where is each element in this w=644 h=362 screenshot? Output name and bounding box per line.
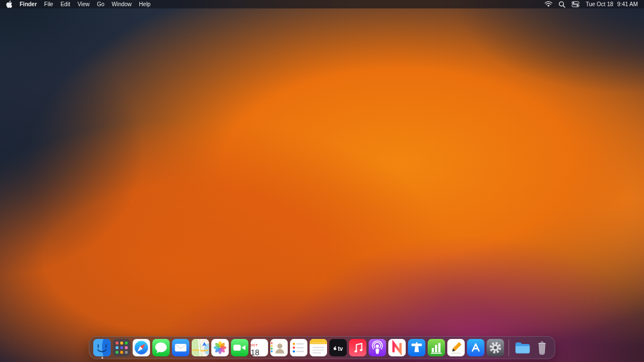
- news-icon: [388, 339, 406, 356]
- system-settings-icon: [487, 339, 504, 356]
- dock-item-photos[interactable]: [211, 339, 229, 356]
- menu-bar-date[interactable]: Tue Oct 18: [586, 1, 613, 7]
- apple-menu[interactable]: [6, 1, 12, 8]
- dock-item-news[interactable]: [388, 339, 406, 356]
- dock-item-tv[interactable]: tv: [329, 339, 347, 356]
- dock-item-pages[interactable]: [447, 339, 465, 356]
- dock-item-maps[interactable]: [192, 339, 209, 356]
- downloads-folder-icon: [514, 339, 531, 356]
- menu-bar-time[interactable]: 9:41 AM: [617, 1, 638, 7]
- dock-item-app-store[interactable]: [467, 339, 484, 356]
- dock: OCT 18: [89, 336, 555, 359]
- dock-item-reminders[interactable]: [290, 339, 307, 356]
- podcasts-icon: [369, 339, 386, 356]
- messages-icon: [152, 339, 170, 356]
- dock-item-notes[interactable]: [310, 339, 327, 356]
- spotlight-search-icon[interactable]: [559, 1, 565, 8]
- trash-icon: [533, 339, 551, 356]
- tv-logo-text: tv: [338, 346, 343, 352]
- dock-item-numbers[interactable]: [428, 339, 445, 356]
- contacts-icon: [270, 339, 288, 356]
- pages-icon: [447, 339, 465, 356]
- menu-edit[interactable]: Edit: [61, 1, 70, 7]
- dock-item-messages[interactable]: [152, 339, 170, 356]
- reminders-icon: [290, 339, 307, 356]
- facetime-icon: [231, 339, 248, 356]
- calendar-month-label: OCT: [251, 343, 258, 347]
- tv-icon: tv: [329, 339, 347, 356]
- app-store-icon: [467, 339, 484, 356]
- dock-item-launchpad[interactable]: [113, 339, 130, 356]
- dock-item-downloads[interactable]: [514, 339, 531, 356]
- launchpad-icon: [113, 339, 130, 356]
- dock-item-mail[interactable]: [172, 339, 189, 356]
- desktop-wallpaper[interactable]: [0, 0, 644, 362]
- dock-item-trash[interactable]: [533, 339, 551, 356]
- maps-icon: [192, 339, 209, 356]
- photos-icon: [211, 339, 229, 356]
- mail-icon: [172, 339, 189, 356]
- finder-icon: [93, 339, 111, 356]
- control-center-icon[interactable]: [572, 1, 579, 7]
- music-icon: [349, 339, 366, 356]
- keynote-icon: [408, 339, 425, 356]
- dock-item-facetime[interactable]: [231, 339, 248, 356]
- wifi-icon[interactable]: [545, 1, 552, 7]
- dock-item-keynote[interactable]: [408, 339, 425, 356]
- dock-item-calendar[interactable]: OCT 18: [251, 339, 268, 356]
- dock-item-system-settings[interactable]: [487, 339, 504, 356]
- notes-icon: [310, 339, 327, 356]
- dock-item-contacts[interactable]: [270, 339, 288, 356]
- menu-app-name[interactable]: Finder: [20, 1, 37, 7]
- safari-icon: [133, 339, 150, 356]
- running-indicator: [101, 357, 103, 359]
- apple-logo-icon: [6, 1, 12, 8]
- dock-item-podcasts[interactable]: [369, 339, 386, 356]
- dock-item-music[interactable]: [349, 339, 366, 356]
- menu-bar: Finder File Edit View Go Window Help Tue…: [0, 0, 644, 8]
- calendar-icon: OCT 18: [251, 339, 268, 356]
- menu-window[interactable]: Window: [112, 1, 132, 7]
- dock-separator: [509, 340, 509, 356]
- dock-item-safari[interactable]: [133, 339, 150, 356]
- menu-go[interactable]: Go: [97, 1, 104, 7]
- numbers-icon: [428, 339, 445, 356]
- menu-help[interactable]: Help: [139, 1, 151, 7]
- calendar-day-label: 18: [251, 348, 260, 357]
- menu-file[interactable]: File: [44, 1, 53, 7]
- menu-view[interactable]: View: [78, 1, 90, 7]
- dock-item-finder[interactable]: [93, 339, 111, 356]
